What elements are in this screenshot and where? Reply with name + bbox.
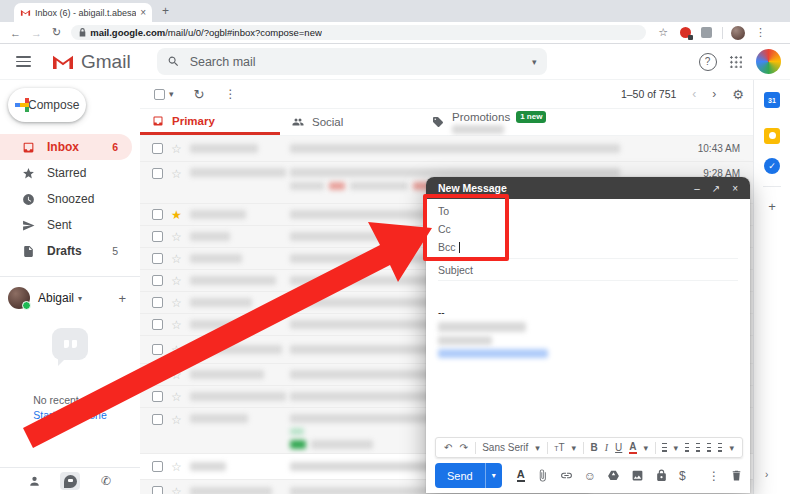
indent-more-icon[interactable]: [718, 443, 722, 452]
sidebar-item-snoozed[interactable]: Snoozed: [0, 186, 132, 212]
insert-emoji-icon[interactable]: ☺: [584, 470, 596, 482]
search-bar[interactable]: ▾: [157, 48, 547, 75]
sidebar-item-sent[interactable]: Sent: [0, 212, 132, 238]
font-chevron-icon[interactable]: ▾: [535, 443, 540, 453]
more-formatting-icon[interactable]: ▾: [729, 443, 734, 453]
discard-draft-icon[interactable]: [730, 469, 743, 482]
start-chat-link[interactable]: Start a new one: [0, 409, 140, 421]
underline-button[interactable]: U: [615, 442, 622, 453]
star-icon[interactable]: ☆: [171, 275, 182, 287]
send-money-icon[interactable]: $: [679, 469, 686, 483]
font-size-icon[interactable]: TT: [554, 442, 564, 453]
row-checkbox[interactable]: [152, 231, 163, 242]
select-chevron-icon[interactable]: ▾: [169, 89, 174, 99]
align-chevron-icon[interactable]: ▾: [674, 443, 679, 453]
star-icon[interactable]: ☆: [171, 231, 182, 243]
italic-button[interactable]: I: [605, 442, 608, 453]
chat-profile-chevron-icon[interactable]: ▾: [78, 294, 82, 303]
subject-field[interactable]: Subject: [438, 259, 738, 281]
add-addon-icon[interactable]: +: [754, 199, 790, 214]
message-body[interactable]: --: [426, 281, 750, 358]
row-checkbox[interactable]: [152, 391, 163, 402]
size-chevron-icon[interactable]: ▾: [572, 443, 577, 453]
search-input[interactable]: [188, 54, 524, 70]
more-send-options-icon[interactable]: ⋮: [708, 469, 720, 483]
browser-tab[interactable]: Inbox (6) - abigail.t.abesamis ×: [14, 3, 152, 22]
chat-profile-name[interactable]: Abigail: [38, 291, 74, 305]
sidebar-item-starred[interactable]: Starred: [0, 160, 132, 186]
bookmark-star-icon[interactable]: ☆: [658, 26, 668, 39]
send-options-chevron-icon[interactable]: ▾: [485, 463, 502, 488]
star-icon[interactable]: ☆: [171, 391, 182, 403]
settings-gear-icon[interactable]: ⚙: [732, 87, 744, 102]
contacts-icon[interactable]: [24, 472, 44, 490]
chat-avatar[interactable]: [8, 287, 30, 309]
row-checkbox[interactable]: [152, 344, 163, 355]
star-icon[interactable]: ☆: [171, 461, 182, 473]
close-compose-icon[interactable]: ×: [732, 183, 738, 194]
sidebar-item-drafts[interactable]: Drafts 5: [0, 238, 132, 264]
bold-button[interactable]: B: [591, 442, 598, 453]
send-button[interactable]: Send ▾: [435, 463, 502, 488]
new-tab-button[interactable]: +: [162, 4, 169, 18]
forward-icon[interactable]: →: [31, 27, 42, 39]
star-icon[interactable]: ☆: [171, 297, 182, 309]
star-icon[interactable]: ☆: [171, 344, 182, 356]
browser-menu-icon[interactable]: ⋮: [755, 26, 766, 39]
send-label[interactable]: Send: [435, 463, 485, 488]
collapse-panel-icon[interactable]: ›: [765, 469, 768, 480]
extension-icon-red[interactable]: [680, 27, 691, 38]
compose-button[interactable]: Compose: [8, 88, 86, 122]
keep-icon[interactable]: [764, 128, 780, 144]
row-checkbox[interactable]: [152, 414, 163, 425]
row-checkbox[interactable]: [152, 319, 163, 330]
formatting-options-icon[interactable]: A: [517, 469, 525, 483]
row-checkbox[interactable]: [152, 275, 163, 286]
drive-icon[interactable]: [607, 469, 620, 482]
select-all-checkbox[interactable]: [154, 89, 165, 100]
row-checkbox[interactable]: [152, 143, 163, 154]
hangouts-icon[interactable]: [60, 472, 80, 490]
bullet-list-icon[interactable]: [696, 443, 700, 452]
older-page-icon[interactable]: ›: [712, 87, 716, 101]
star-icon[interactable]: ☆: [171, 253, 182, 265]
star-icon[interactable]: ☆: [171, 486, 182, 494]
gmail-logo[interactable]: Gmail: [51, 51, 131, 73]
search-options-chevron-icon[interactable]: ▾: [532, 57, 537, 67]
row-checkbox[interactable]: [152, 297, 163, 308]
attach-file-icon[interactable]: [536, 469, 549, 482]
indent-less-icon[interactable]: [707, 443, 711, 452]
tab-primary[interactable]: Primary: [140, 109, 280, 135]
refresh-icon[interactable]: ↻: [194, 87, 205, 102]
calendar-icon[interactable]: 31: [764, 92, 780, 108]
tab-close-icon[interactable]: ×: [140, 8, 146, 18]
color-chevron-icon[interactable]: ▾: [644, 443, 649, 453]
phone-icon[interactable]: ✆: [96, 472, 116, 490]
tab-promotions[interactable]: Promotions 1 new: [420, 109, 600, 135]
minimize-icon[interactable]: –: [694, 183, 700, 194]
confidential-mode-icon[interactable]: [655, 469, 668, 482]
star-icon[interactable]: ☆: [171, 414, 182, 426]
insert-link-icon[interactable]: [560, 469, 573, 482]
insert-photo-icon[interactable]: [631, 469, 644, 482]
row-checkbox[interactable]: [152, 168, 163, 179]
row-checkbox[interactable]: [152, 461, 163, 472]
star-icon[interactable]: ☆: [171, 319, 182, 331]
star-icon[interactable]: ★: [171, 209, 182, 221]
row-checkbox[interactable]: [152, 486, 163, 494]
tasks-icon[interactable]: ✓: [764, 158, 780, 174]
star-icon[interactable]: ☆: [171, 143, 182, 155]
address-bar[interactable]: mail.google.com/mail/u/0/?ogbl#inbox?com…: [71, 25, 646, 40]
refresh-icon[interactable]: ↻: [52, 26, 61, 39]
star-icon[interactable]: ☆: [171, 369, 182, 381]
row-checkbox[interactable]: [152, 209, 163, 220]
row-checkbox[interactable]: [152, 253, 163, 264]
browser-profile-avatar[interactable]: [731, 26, 745, 40]
main-menu-icon[interactable]: [16, 56, 31, 67]
extension-icon-gray[interactable]: [701, 27, 712, 38]
font-select[interactable]: Sans Serif: [482, 442, 528, 453]
more-options-icon[interactable]: ⋮: [224, 87, 236, 101]
row-checkbox[interactable]: [152, 369, 163, 380]
numbered-list-icon[interactable]: [685, 443, 689, 452]
sidebar-item-inbox[interactable]: Inbox 6: [0, 134, 132, 160]
